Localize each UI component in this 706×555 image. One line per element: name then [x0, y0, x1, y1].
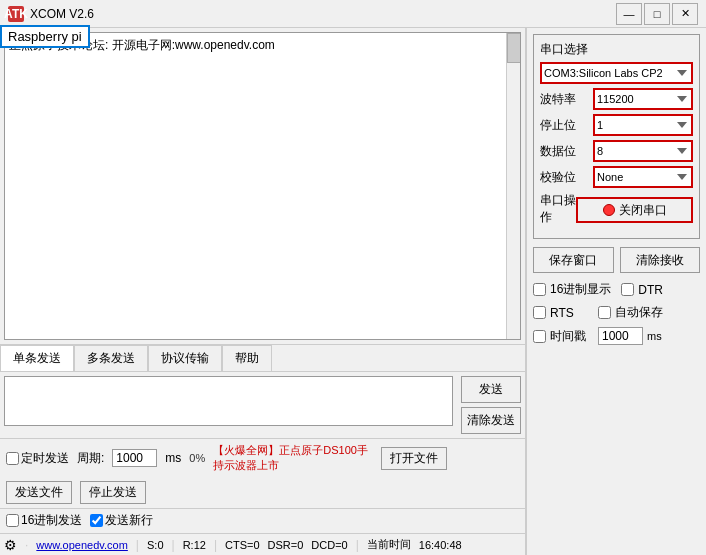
time-value: 16:40:48: [419, 539, 462, 551]
icon-text: ATK: [4, 7, 28, 21]
send-input-row: 发送 清除发送: [0, 372, 525, 438]
port-select[interactable]: COM3:Silicon Labs CP2: [540, 62, 693, 84]
tab-protocol[interactable]: 协议传输: [148, 345, 222, 371]
parity-label: 校验位: [540, 169, 576, 186]
hex-display-label: 16进制显示: [550, 281, 611, 298]
period-label: 周期:: [77, 450, 104, 467]
send-newline-label[interactable]: 发送新行: [90, 512, 153, 529]
raspberry-label: Raspberry pi: [0, 25, 90, 48]
bottom-controls-2: 16进制发送 发送新行: [0, 508, 525, 533]
marquee-text: 【火爆全网】正点原子DS100手持示波器上市: [213, 443, 373, 473]
dcd-status: DCD=0: [311, 539, 347, 551]
time-label: 当前时间: [367, 537, 411, 552]
website-link[interactable]: www.openedv.com: [36, 539, 128, 551]
rts-label: RTS: [550, 306, 574, 320]
data-select[interactable]: 8: [593, 140, 693, 162]
stop-row: 停止位 1: [540, 114, 693, 136]
s-counter: S:0: [147, 539, 164, 551]
minimize-button[interactable]: —: [616, 3, 642, 25]
timestamp-label: 时间戳: [550, 328, 586, 345]
hex-send-checkbox[interactable]: [6, 514, 19, 527]
baud-row: 波特率 115200: [540, 88, 693, 110]
hex-display-checkbox[interactable]: [533, 283, 546, 296]
dsr-status: DSR=0: [268, 539, 304, 551]
send-button[interactable]: 发送: [461, 376, 521, 403]
title-bar: ATK XCOM V2.6 — □ ✕: [0, 0, 706, 28]
tab-help[interactable]: 帮助: [222, 345, 272, 371]
app-title: XCOM V2.6: [30, 7, 94, 21]
dtr-checkbox[interactable]: [621, 283, 634, 296]
timed-send-checkbox[interactable]: [6, 452, 19, 465]
close-button[interactable]: ✕: [672, 3, 698, 25]
left-area: Raspberry pi 正点原子技术论坛: 开源电子网:www.openedv…: [0, 28, 526, 555]
action-btn-row: 保存窗口 清除接收: [533, 247, 700, 273]
send-file-button[interactable]: 发送文件: [6, 481, 72, 504]
hex-display-row: 16进制显示 DTR: [533, 281, 700, 298]
terminal-display: 正点原子技术论坛: 开源电子网:www.openedv.com: [4, 32, 521, 340]
clear-recv-button[interactable]: 清除接收: [620, 247, 701, 273]
baud-select[interactable]: 115200: [593, 88, 693, 110]
rts-row: RTS 自动保存: [533, 304, 700, 321]
app-icon: ATK: [8, 6, 24, 22]
data-label: 数据位: [540, 143, 576, 160]
baud-label: 波特率: [540, 91, 576, 108]
gear-icon[interactable]: ⚙: [4, 537, 17, 553]
stop-label: 停止位: [540, 117, 576, 134]
tab-single-send[interactable]: 单条发送: [0, 345, 74, 372]
stop-select[interactable]: 1: [593, 114, 693, 136]
hex-send-label[interactable]: 16进制发送: [6, 512, 82, 529]
scrollbar-thumb[interactable]: [507, 33, 521, 63]
main-container: Raspberry pi 正点原子技术论坛: 开源电子网:www.openedv…: [0, 28, 706, 555]
tab-multi-send[interactable]: 多条发送: [74, 345, 148, 371]
auto-save-checkbox[interactable]: [598, 306, 611, 319]
bottom-controls: 定时发送 周期: ms 0% 【火爆全网】正点原子DS100手持示波器上市 打开…: [0, 438, 525, 508]
rts-checkbox[interactable]: [533, 306, 546, 319]
parity-select[interactable]: None: [593, 166, 693, 188]
serial-section-title: 串口选择: [540, 41, 693, 58]
close-serial-label: 关闭串口: [619, 202, 667, 219]
send-area: 发送 清除发送: [0, 371, 525, 438]
maximize-button[interactable]: □: [644, 3, 670, 25]
open-file-button[interactable]: 打开文件: [381, 447, 447, 470]
parity-row: 校验位 None: [540, 166, 693, 188]
serial-op-label: 串口操作: [540, 192, 576, 226]
serial-open-button[interactable]: 关闭串口: [576, 197, 693, 223]
send-newline-checkbox[interactable]: [90, 514, 103, 527]
stop-send-button[interactable]: 停止发送: [80, 481, 146, 504]
dtr-label: DTR: [638, 283, 663, 297]
serial-section: 串口选择 COM3:Silicon Labs CP2 波特率 115200 停止…: [533, 34, 700, 239]
time-unit-label: ms: [647, 330, 662, 342]
timestamp-row: 时间戳 ms: [533, 327, 700, 345]
timestamp-checkbox[interactable]: [533, 330, 546, 343]
auto-save-label: 自动保存: [615, 304, 663, 321]
progress-text: 0%: [189, 452, 205, 464]
tabs-area: 单条发送 多条发送 协议传输 帮助: [0, 344, 525, 371]
led-indicator: [603, 204, 615, 216]
send-buttons: 发送 清除发送: [457, 372, 525, 438]
serial-op-row: 串口操作 关闭串口: [540, 192, 693, 228]
send-textarea[interactable]: [4, 376, 453, 426]
period-input[interactable]: [112, 449, 157, 467]
time-input[interactable]: [598, 327, 643, 345]
timed-send-label[interactable]: 定时发送: [6, 450, 69, 467]
clear-send-button[interactable]: 清除发送: [461, 407, 521, 434]
period-unit: ms: [165, 451, 181, 465]
title-bar-left: ATK XCOM V2.6: [8, 6, 94, 22]
save-window-button[interactable]: 保存窗口: [533, 247, 614, 273]
right-panel: 串口选择 COM3:Silicon Labs CP2 波特率 115200 停止…: [526, 28, 706, 555]
data-row: 数据位 8: [540, 140, 693, 162]
terminal-scrollbar[interactable]: [506, 33, 520, 339]
cts-status: CTS=0: [225, 539, 260, 551]
r-counter: R:12: [183, 539, 206, 551]
window-controls: — □ ✕: [616, 3, 698, 25]
status-bar: ⚙ · www.openedv.com | S:0 | R:12 | CTS=0…: [0, 533, 525, 555]
